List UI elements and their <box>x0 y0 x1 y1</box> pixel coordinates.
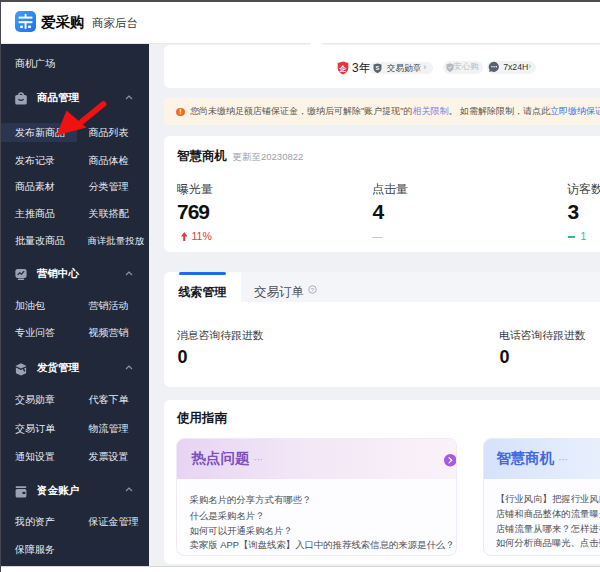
svg-text:企: 企 <box>339 64 347 71</box>
svg-text:?: ? <box>311 287 315 293</box>
svg-text:S: S <box>375 65 379 71</box>
